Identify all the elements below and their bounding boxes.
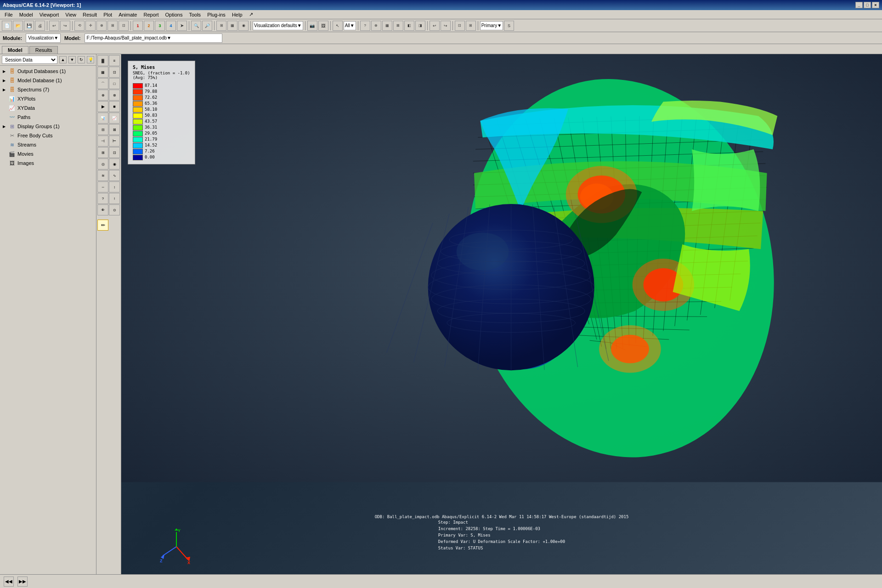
tb-select-all[interactable]: ▦: [382, 21, 392, 31]
session-dropdown[interactable]: Session Data: [2, 56, 57, 64]
tb-n4[interactable]: 4: [166, 21, 176, 31]
tb-pick2[interactable]: ◨: [415, 21, 425, 31]
icon-contour-lines[interactable]: ≡: [109, 55, 120, 66]
tree-paths[interactable]: ▶ 〰 Paths: [0, 113, 96, 122]
tb-arrow-icon[interactable]: ➤: [177, 21, 187, 31]
minimize-button[interactable]: _: [855, 2, 863, 8]
icon-animate-play[interactable]: ▶: [97, 101, 108, 112]
icon-overlay[interactable]: ⊗: [109, 90, 120, 101]
status-back-btn[interactable]: ◀◀: [4, 577, 14, 587]
icon-query1[interactable]: ?: [97, 193, 108, 204]
icon-display-grp1[interactable]: ⊞: [97, 147, 108, 158]
icon-free-body1[interactable]: ↔: [97, 181, 108, 192]
tree-movies[interactable]: ▶ 🎬 Movies: [0, 149, 96, 158]
menu-viewport[interactable]: Viewport: [37, 11, 62, 18]
tb-grid[interactable]: ⊞: [216, 21, 226, 31]
model-dropdown[interactable]: F:/Temp-Abaqus/Ball_plate_impact.odb ▼: [85, 34, 222, 43]
tree-xyplots[interactable]: ▶ 📊 XYPlots: [0, 94, 96, 103]
tb-open[interactable]: 📂: [13, 21, 23, 31]
menu-help[interactable]: Help: [229, 11, 245, 18]
menu-arrow[interactable]: ↗: [246, 11, 256, 18]
tb-viewport-btn2[interactable]: ⊞: [466, 21, 476, 31]
icon-query2[interactable]: !: [109, 193, 120, 204]
tree-xydata[interactable]: ▶ 📈 XYData: [0, 103, 96, 113]
tb-save[interactable]: 💾: [24, 21, 34, 31]
tb-n1[interactable]: 1: [133, 21, 143, 31]
tb-cursor[interactable]: ↖: [333, 21, 343, 31]
tb-zoom[interactable]: ⊕: [96, 21, 107, 31]
menu-report[interactable]: Report: [141, 11, 161, 18]
icon-display-grp2[interactable]: ⊡: [109, 147, 120, 158]
menu-animate[interactable]: Animate: [116, 11, 140, 18]
tb-rotate[interactable]: ⟲: [74, 21, 85, 31]
tb-render[interactable]: 🖼: [318, 21, 328, 31]
menu-file[interactable]: File: [2, 11, 16, 18]
status-forward-btn[interactable]: ▶▶: [17, 577, 28, 587]
menu-tools[interactable]: Tools: [186, 11, 204, 18]
tab-model[interactable]: Model: [2, 46, 28, 54]
tb-fit[interactable]: ⊡: [119, 21, 129, 31]
tab-results[interactable]: Results: [29, 46, 58, 54]
module-dropdown[interactable]: Visualization ▼: [26, 34, 61, 43]
icon-mesh-view[interactable]: ▦: [97, 67, 108, 78]
tb-new[interactable]: 📄: [2, 21, 12, 31]
session-refresh-btn[interactable]: ↻: [78, 56, 85, 63]
icon-stream1[interactable]: ≋: [97, 170, 108, 181]
visualization-defaults-dropdown[interactable]: Visualization defaults ▼: [253, 21, 303, 30]
tb-deselect[interactable]: ⊠: [393, 21, 403, 31]
menu-model[interactable]: Model: [17, 11, 36, 18]
close-button[interactable]: ×: [872, 2, 879, 8]
tree-streams[interactable]: ▶ ≋ Streams: [0, 140, 96, 149]
tb-pick1[interactable]: ◧: [404, 21, 414, 31]
icon-free-body2[interactable]: ↕: [109, 181, 120, 192]
tree-display-groups[interactable]: ▶ ⊞ Display Groups (1): [0, 122, 96, 131]
menu-plugins[interactable]: Plug-ins: [204, 11, 228, 18]
tree-model-database[interactable]: ▶ 🗄 Model Database (1): [0, 76, 96, 85]
tb-mesh[interactable]: ▦: [227, 21, 237, 31]
icon-probe2[interactable]: ◉: [109, 158, 120, 170]
icon-probe1[interactable]: ◎: [97, 158, 108, 170]
icon-path-right[interactable]: ⊢: [109, 136, 120, 147]
session-up-btn[interactable]: ▲: [59, 56, 67, 63]
tb-s-btn[interactable]: S: [504, 21, 514, 31]
menu-view[interactable]: View: [62, 11, 79, 18]
tb-probe[interactable]: ⊕: [371, 21, 381, 31]
tb-viewport-btn1[interactable]: ⊡: [455, 21, 465, 31]
icon-xyplot-mgr[interactable]: 📈: [109, 113, 120, 124]
tb-n2[interactable]: 2: [144, 21, 154, 31]
icon-deformed[interactable]: ⌒: [97, 78, 108, 89]
tb-undo2[interactable]: ↩: [430, 21, 440, 31]
tb-zoom-box[interactable]: ⊞: [107, 21, 118, 31]
tb-undo[interactable]: ↩: [49, 21, 59, 31]
session-down-btn[interactable]: ▼: [68, 56, 76, 63]
tb-mag-plus[interactable]: 🔍: [191, 21, 201, 31]
menu-options[interactable]: Options: [163, 11, 186, 18]
icon-path-left[interactable]: ⊣: [97, 136, 108, 147]
icon-stream2[interactable]: ∿: [109, 170, 120, 181]
tb-redo[interactable]: ↪: [60, 21, 70, 31]
icon-pencil[interactable]: ✏: [97, 220, 108, 231]
session-info-btn[interactable]: 💡: [87, 56, 94, 63]
icon-animate-stop[interactable]: ■: [109, 101, 120, 112]
all-dropdown[interactable]: All ▼: [344, 21, 356, 30]
icon-superimpose[interactable]: ⊕: [97, 90, 108, 101]
tb-camera[interactable]: 📷: [307, 21, 317, 31]
tb-n3[interactable]: 3: [155, 21, 165, 31]
tb-query[interactable]: ?: [360, 21, 370, 31]
viewport[interactable]: S, Mises SNEG, (fraction = -1.0) (Avg: 7…: [121, 54, 882, 574]
tree-spectrums[interactable]: ▶ 🗄 Spectrums (7): [0, 85, 96, 94]
tree-output-databases[interactable]: ▶ 🗄 Output Databases (1): [0, 67, 96, 76]
tb-mag-minus[interactable]: 🔎: [202, 21, 212, 31]
icon-section1[interactable]: ⊟: [97, 124, 108, 135]
icon-contour-filled[interactable]: ▓: [97, 55, 108, 66]
tb-translate[interactable]: ✛: [85, 21, 96, 31]
icon-view1[interactable]: 👁: [97, 204, 108, 215]
icon-view2[interactable]: ⊙: [109, 204, 120, 215]
icon-undeformed[interactable]: □: [109, 78, 120, 89]
tree-free-body-cuts[interactable]: ▶ ✂ Free Body Cuts: [0, 131, 96, 140]
primary-dropdown[interactable]: Primary ▼: [480, 21, 503, 30]
icon-section2[interactable]: ⊠: [109, 124, 120, 135]
icon-xyplot-create[interactable]: 📊: [97, 113, 108, 124]
maximize-button[interactable]: □: [864, 2, 871, 8]
menu-result[interactable]: Result: [80, 11, 100, 18]
